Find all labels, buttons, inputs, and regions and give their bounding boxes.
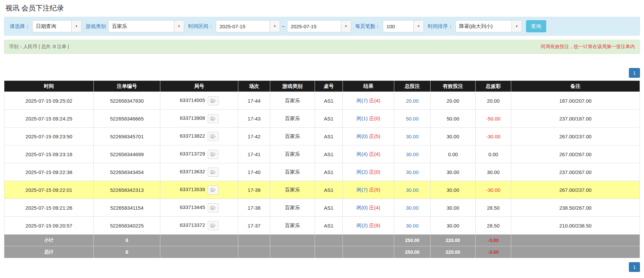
cell-valid-bet: 30.00 (431, 163, 476, 181)
cell-valid-bet: 50.00 (431, 110, 476, 128)
video-replay-icon[interactable] (208, 221, 218, 230)
cell-time: 2025-07-15 09:25:02 (4, 92, 94, 110)
video-replay-icon[interactable] (208, 114, 218, 123)
round-id-text: 633714005 (180, 97, 205, 103)
video-replay-icon[interactable] (208, 203, 218, 212)
cell-payout: -50.00 (476, 110, 511, 128)
video-replay-icon[interactable] (208, 168, 218, 177)
cell-result: 闲(1) 庄(0) (343, 110, 394, 128)
game-type-select[interactable]: 百家乐 ▼ (108, 20, 184, 32)
cell-session: 17-38 (238, 199, 270, 217)
summary-empty-cell (343, 246, 394, 258)
cell-round-id: 633713822 (160, 128, 238, 145)
cell-table-no: AS1 (315, 181, 343, 199)
query-type-select[interactable]: 日期查询 ▼ (32, 20, 82, 32)
video-replay-icon[interactable] (208, 150, 218, 159)
cell-time: 2025-07-15 09:23:50 (4, 128, 94, 145)
cell-payout: 30.00 (476, 163, 511, 181)
total-bet-link[interactable]: 30.00 (406, 205, 419, 211)
cell-table-no: AS1 (315, 128, 343, 145)
summary-row: 小计 8 250.00 220.00 -3.00 (4, 235, 640, 246)
chevron-down-icon[interactable]: ▼ (341, 21, 351, 32)
cell-round-id: 633713632 (160, 163, 238, 181)
date-to-input[interactable]: 2025-07-15 ▼ (287, 20, 351, 32)
summary-valid-bet: 220.00 (431, 246, 476, 258)
cell-time: 2025-07-15 09:20:57 (4, 217, 94, 235)
column-header: 注单编号 (94, 81, 160, 92)
summary-payout: -3.00 (476, 235, 511, 246)
cell-game-type: 百家乐 (270, 92, 315, 110)
date-from-input[interactable]: 2025-07-15 ▼ (216, 20, 280, 32)
chevron-down-icon[interactable]: ▼ (71, 21, 81, 32)
per-page-value: 100 (383, 21, 413, 32)
total-bet-link[interactable]: 30.00 (406, 151, 419, 157)
table-row: 2025-07-15 09:25:02 522658347830 6337140… (4, 92, 640, 110)
video-replay-icon[interactable] (208, 96, 218, 105)
total-bet-link[interactable]: 30.00 (406, 134, 419, 139)
cell-round-id: 633714005 (160, 92, 238, 110)
result-player: 闲(7) (357, 187, 368, 193)
summary-empty-cell (315, 246, 343, 258)
result-player: 闲(0) (357, 133, 368, 139)
cell-remark: 267.00/237.00 (511, 128, 640, 145)
cell-game-type: 百家乐 (270, 128, 315, 145)
cell-valid-bet: 0.00 (431, 145, 476, 163)
column-header: 游戏类别 (270, 81, 315, 92)
chevron-down-icon[interactable]: ▼ (174, 21, 184, 32)
table-body: 2025-07-15 09:25:02 522658347830 6337140… (4, 92, 640, 235)
cell-valid-bet: 30.00 (431, 128, 476, 145)
summary-empty-cell (160, 246, 238, 258)
total-bet-link[interactable]: 30.00 (406, 187, 419, 193)
cell-round-id: 633713538 (160, 181, 238, 199)
sort-select[interactable]: 降幂(由大到小) ▼ (455, 20, 522, 32)
summary-empty-cell (238, 235, 270, 246)
cell-valid-bet: 30.00 (431, 217, 476, 235)
cell-table-no: AS1 (315, 110, 343, 128)
table-row: 2025-07-15 09:20:57 522658340225 6337133… (4, 217, 640, 235)
cell-total-bet: 20.00 (394, 92, 431, 110)
cell-game-type: 百家乐 (270, 181, 315, 199)
summary-count: 8 (94, 235, 160, 246)
date-from-value: 2025-07-15 (216, 21, 270, 32)
page-button-1[interactable]: 1 (629, 68, 640, 78)
page-button-1[interactable]: 1 (629, 262, 640, 272)
chevron-down-icon[interactable]: ▼ (413, 21, 424, 32)
cell-remark: 267.00/237.00 (511, 181, 640, 199)
cell-table-no: AS1 (315, 92, 343, 110)
result-player: 闲(1) (357, 115, 368, 121)
spacer (0, 54, 644, 68)
per-page-select[interactable]: 100 ▼ (383, 20, 424, 32)
summary-payout: -3.00 (476, 246, 511, 258)
tilde-separator: ~ (282, 24, 285, 29)
table-row: 2025-07-15 09:21:26 522658341154 6337134… (4, 199, 640, 217)
table-row: 2025-07-15 09:24:25 522658346665 6337139… (4, 110, 640, 128)
cell-total-bet: 30.00 (394, 128, 431, 145)
round-id-text: 633713822 (180, 133, 205, 139)
summary-empty-cell (315, 235, 343, 246)
total-bet-link[interactable]: 30.00 (406, 169, 419, 175)
search-button[interactable]: 查询 (526, 20, 546, 32)
column-header: 桌号 (315, 81, 343, 92)
summary-row: 总计 8 250.00 220.00 -3.00 (4, 246, 640, 258)
summary-total-bet: 250.00 (394, 246, 431, 258)
summary-empty-cell (511, 235, 640, 246)
cell-round-id: 633713445 (160, 199, 238, 217)
cell-game-type: 百家乐 (270, 145, 315, 163)
cell-bet-id: 522658343454 (94, 163, 160, 181)
cell-result: 闲(0) 庄(4) (343, 199, 394, 217)
game-type-value: 百家乐 (109, 21, 174, 32)
total-bet-link[interactable]: 20.00 (406, 98, 419, 104)
video-replay-icon[interactable] (208, 185, 218, 195)
chevron-down-icon[interactable]: ▼ (270, 21, 280, 32)
result-player: 闲(7) (357, 98, 368, 103)
chevron-down-icon[interactable]: ▼ (512, 21, 522, 32)
summary-empty-cell (270, 235, 315, 246)
video-replay-icon[interactable] (208, 132, 218, 141)
cell-total-bet: 30.00 (394, 145, 431, 163)
cell-round-id: 633713729 (160, 145, 238, 163)
total-bet-link[interactable]: 50.00 (406, 116, 419, 121)
table-header: 时间注单编号局号场次游戏类别桌号结果总投注有效投注总派彩备注 (4, 81, 640, 92)
column-header: 结果 (343, 81, 394, 92)
total-bet-link[interactable]: 30.00 (406, 223, 419, 229)
cell-remark: 237.00/267.00 (511, 163, 640, 181)
